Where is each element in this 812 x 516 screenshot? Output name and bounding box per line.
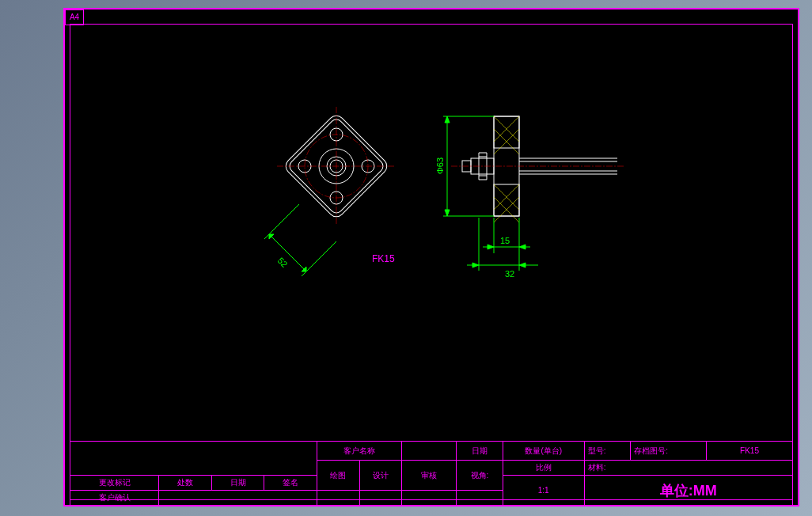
tb-material: 材料: bbox=[584, 461, 792, 476]
tb-sign: 签名 bbox=[264, 476, 317, 491]
tb-unit: 单位:MM bbox=[660, 483, 717, 499]
tb-customer-label: 客户名称 bbox=[317, 442, 402, 461]
tb-angle: 视角: bbox=[457, 461, 503, 491]
tb-customer-confirm: 客户确认 bbox=[70, 491, 159, 506]
tb-design: 设计 bbox=[359, 461, 402, 491]
tb-model-label: 型号: bbox=[584, 442, 631, 461]
tb-drawn: 绘图 bbox=[317, 461, 360, 491]
cad-canvas[interactable]: A4 52 bbox=[63, 8, 799, 507]
part-label: FK15 bbox=[372, 253, 395, 264]
tb-archive-label: 存档图号: bbox=[631, 442, 707, 461]
tb-change-mark: 更改标记 bbox=[70, 476, 159, 491]
tb-date-label: 日期 bbox=[457, 442, 503, 461]
tb-scale-value: 1:1 bbox=[503, 476, 584, 506]
tb-archive-value: FK15 bbox=[707, 442, 793, 461]
tb-qty-label: 数量(单台) bbox=[503, 442, 584, 461]
paper-size-label: A4 bbox=[65, 9, 84, 25]
tb-review: 审核 bbox=[402, 461, 457, 491]
tb-scale-label: 比例 bbox=[503, 461, 584, 476]
border-inner bbox=[70, 24, 793, 500]
tb-place: 处数 bbox=[159, 476, 212, 491]
title-block: 客户名称 日期 数量(单台) 型号: 存档图号: FK15 绘图 设计 审核 视… bbox=[70, 441, 793, 500]
tb-date2: 日期 bbox=[211, 476, 264, 491]
